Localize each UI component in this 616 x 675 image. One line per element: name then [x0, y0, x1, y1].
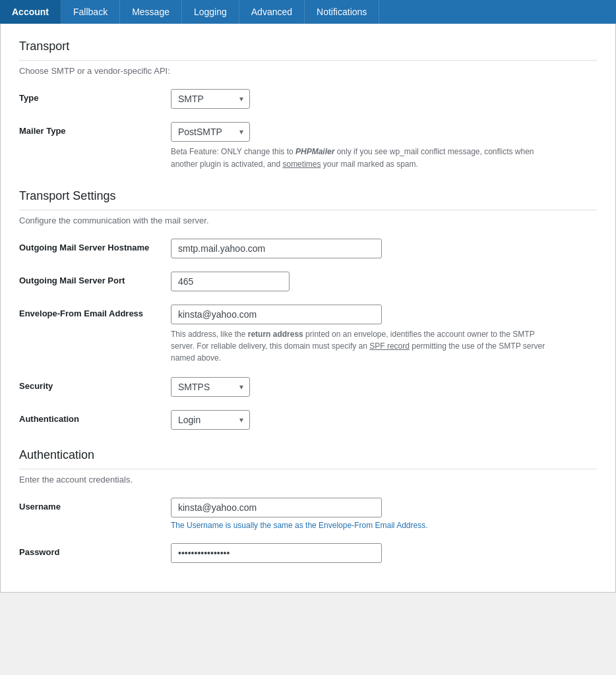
authentication-section-desc: Enter the account credentials.: [19, 475, 597, 484]
envelope-hint-link: SPF record: [369, 341, 410, 351]
username-hint: The Username is usually the same as the …: [171, 521, 597, 530]
security-label: Security: [19, 377, 171, 391]
mailer-type-field: PostSMTPPHPMailer Beta Feature: ONLY cha…: [171, 122, 597, 171]
authentication-section-title: Authentication: [19, 448, 597, 469]
mailer-hint-prefix: Beta Feature: ONLY change this to: [171, 147, 295, 156]
envelope-input[interactable]: [171, 305, 382, 324]
security-select-wrapper[interactable]: SMTPSTLSNone: [171, 377, 250, 397]
hostname-label: Outgoing Mail Server Hostname: [19, 239, 171, 252]
type-select[interactable]: SMTPOther: [171, 89, 250, 109]
mailer-hint-phpmailer: PHPMailer: [295, 147, 334, 156]
mailer-hint-sometimes: sometimes: [282, 160, 321, 169]
page-content: Transport Choose SMTP or a vendor-specif…: [0, 24, 616, 593]
transport-settings-divider: Transport Settings Configure the communi…: [19, 189, 597, 225]
username-row: Username The Username is usually the sam…: [19, 498, 597, 530]
username-field: The Username is usually the same as the …: [171, 498, 597, 530]
tabs-nav: Account Fallback Message Logging Advance…: [0, 0, 616, 24]
tab-notifications[interactable]: Notifications: [305, 0, 379, 24]
security-row: Security SMTPSTLSNone: [19, 377, 597, 397]
port-input[interactable]: [171, 272, 290, 291]
port-row: Outgoing Mail Server Port: [19, 272, 597, 291]
mailer-hint-middle: only if you see: [334, 147, 389, 156]
transport-settings-desc: Configure the communication with the mai…: [19, 216, 597, 225]
security-select[interactable]: SMTPSTLSNone: [171, 377, 250, 397]
type-row: Type SMTPOther: [19, 89, 597, 109]
port-label: Outgoing Mail Server Port: [19, 272, 171, 285]
mailer-type-label: Mailer Type: [19, 122, 171, 136]
mailer-hint-wpmail: wp_mail: [390, 147, 419, 156]
auth-select-wrapper[interactable]: LoginPlainCRAMMD5: [171, 410, 250, 430]
hostname-row: Outgoing Mail Server Hostname: [19, 239, 597, 258]
auth-select[interactable]: LoginPlainCRAMMD5: [171, 410, 250, 430]
tab-message[interactable]: Message: [120, 0, 182, 24]
password-label: Password: [19, 543, 171, 557]
tab-logging[interactable]: Logging: [182, 0, 239, 24]
username-label: Username: [19, 498, 171, 512]
password-input[interactable]: [171, 543, 382, 563]
mailer-type-select[interactable]: PostSMTPPHPMailer: [171, 122, 250, 142]
mailer-type-row: Mailer Type PostSMTPPHPMailer Beta Featu…: [19, 122, 597, 171]
envelope-field: This address, like the return address pr…: [171, 305, 597, 364]
tab-fallback[interactable]: Fallback: [61, 0, 120, 24]
mailer-hint-end: your mail marked as spam.: [321, 160, 417, 169]
auth-row: Authentication LoginPlainCRAMMD5: [19, 410, 597, 430]
transport-settings-title: Transport Settings: [19, 189, 597, 210]
hostname-input[interactable]: [171, 239, 382, 258]
security-field: SMTPSTLSNone: [171, 377, 597, 397]
password-field: [171, 543, 597, 563]
transport-section-desc: Choose SMTP or a vendor-specific API:: [19, 66, 597, 76]
auth-field: LoginPlainCRAMMD5: [171, 410, 597, 430]
transport-section-title: Transport: [19, 40, 597, 61]
mailer-type-select-wrapper[interactable]: PostSMTPPHPMailer: [171, 122, 250, 142]
authentication-divider: Authentication Enter the account credent…: [19, 448, 597, 484]
password-row: Password: [19, 543, 597, 563]
mailer-type-hint: Beta Feature: ONLY change this to PHPMai…: [171, 146, 553, 171]
port-field: [171, 272, 597, 291]
envelope-hint-strong: return address: [248, 330, 303, 339]
envelope-hint-prefix: This address, like the: [171, 330, 248, 339]
tab-account[interactable]: Account: [0, 0, 61, 24]
envelope-label: Envelope-From Email Address: [19, 305, 171, 318]
hostname-field: [171, 239, 597, 258]
type-label: Type: [19, 89, 171, 103]
type-select-wrapper[interactable]: SMTPOther: [171, 89, 250, 109]
username-input[interactable]: [171, 498, 382, 517]
type-field: SMTPOther: [171, 89, 597, 109]
envelope-row: Envelope-From Email Address This address…: [19, 305, 597, 364]
envelope-hint: This address, like the return address pr…: [171, 328, 553, 364]
auth-label: Authentication: [19, 410, 171, 424]
tab-advanced[interactable]: Advanced: [239, 0, 305, 24]
